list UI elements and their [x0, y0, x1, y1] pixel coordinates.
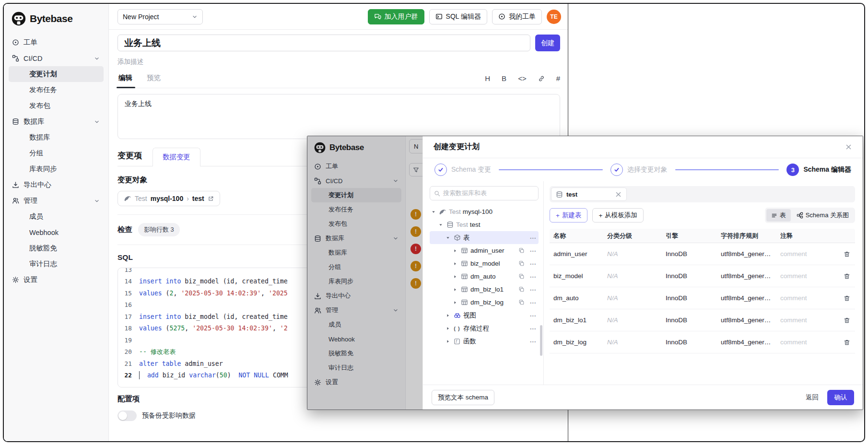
tree-node[interactable]: ( ) 存储过程 ⋯ — [430, 322, 539, 335]
project-select[interactable]: New Project — [117, 9, 203, 24]
title-input[interactable] — [117, 35, 530, 51]
wizard-step[interactable]: 选择变更对象 — [610, 164, 668, 176]
tree-node[interactable]: admin_user ⋯ — [430, 244, 539, 257]
sidebar-item[interactable]: 数据库 — [9, 129, 104, 145]
link-icon[interactable] — [538, 75, 545, 82]
sidebar-item[interactable]: 设置 — [9, 272, 104, 288]
cell-name[interactable]: dm_biz_log — [550, 339, 603, 346]
delete-table-icon[interactable] — [839, 251, 855, 258]
tab-preview[interactable]: 预览 — [146, 69, 162, 88]
tree-node[interactable]: dm_biz_log ⋯ — [430, 296, 539, 309]
new-table-button[interactable]: + 新建表 — [550, 208, 587, 222]
target-database-chip[interactable]: Test mysql-100 › test — [117, 191, 220, 206]
cell-classification[interactable]: N/A — [603, 316, 662, 324]
chevron-down-icon[interactable] — [94, 119, 100, 125]
sidebar-item[interactable]: 发布任务 — [9, 82, 104, 98]
tree-node[interactable]: dm_biz_lo1 ⋯ — [430, 283, 539, 296]
tree-search-input[interactable]: 搜索数据库和表 — [430, 186, 539, 200]
cell-collation[interactable]: utf8mb4_genera... — [717, 272, 776, 280]
tree-node[interactable]: dm_auto ⋯ — [430, 270, 539, 283]
cell-engine[interactable]: InnoDB — [662, 250, 717, 258]
sql-editor-button[interactable]: SQL 编辑器 — [429, 9, 487, 24]
more-actions-button[interactable]: ⋯ — [530, 247, 537, 255]
tab-data-change[interactable]: 数据变更 — [152, 148, 200, 166]
add-description-label[interactable]: 添加描述 — [117, 58, 560, 66]
delete-table-icon[interactable] — [839, 339, 855, 346]
tree-node[interactable]: Test test — [430, 218, 539, 231]
close-icon[interactable] — [845, 143, 852, 151]
database-tab[interactable]: test — [551, 187, 627, 201]
more-actions-button[interactable]: ⋯ — [530, 273, 537, 281]
backup-toggle[interactable] — [117, 410, 137, 421]
sidebar-item[interactable]: 管理 — [9, 193, 104, 209]
tree-node[interactable]: Test mysql-100 — [430, 205, 539, 218]
join-community-button[interactable]: 加入用户群 — [368, 9, 424, 24]
sidebar-item[interactable]: 审计日志 — [9, 256, 104, 272]
cell-engine[interactable]: InnoDB — [662, 339, 717, 346]
cell-name[interactable]: dm_biz_lo1 — [550, 316, 603, 324]
cell-collation[interactable]: utf8mb4_genera... — [717, 316, 776, 324]
delete-table-icon[interactable] — [839, 273, 855, 280]
more-actions-button[interactable]: ⋯ — [530, 286, 537, 293]
more-actions-button[interactable]: ⋯ — [530, 299, 537, 306]
cell-comment[interactable]: comment — [776, 294, 839, 302]
sidebar-item[interactable]: 发布包 — [9, 98, 104, 114]
cell-classification[interactable]: N/A — [603, 294, 662, 302]
sidebar-item[interactable]: 库表同步 — [9, 161, 104, 177]
delete-table-icon[interactable] — [839, 317, 855, 324]
cell-classification[interactable]: N/A — [603, 339, 662, 346]
close-tab-icon[interactable] — [615, 191, 622, 198]
tab-edit[interactable]: 编辑 — [117, 69, 133, 88]
external-link-icon[interactable] — [208, 196, 214, 202]
cell-engine[interactable]: InnoDB — [662, 272, 717, 280]
sidebar-item[interactable]: 脱敏豁免 — [9, 240, 104, 256]
cell-collation[interactable]: utf8mb4_genera... — [717, 339, 776, 346]
my-issues-button[interactable]: 我的工单 — [492, 9, 542, 24]
cell-comment[interactable]: comment — [776, 250, 839, 258]
caret-right-icon[interactable] — [445, 339, 451, 344]
sidebar-item[interactable]: Webhook — [9, 224, 104, 240]
delete-table-icon[interactable] — [839, 295, 855, 302]
create-button[interactable]: 创建 — [535, 35, 560, 51]
heading-format-button[interactable]: H — [485, 74, 490, 82]
caret-down-icon[interactable] — [445, 235, 451, 240]
sidebar-item[interactable]: 成员 — [9, 209, 104, 224]
cell-collation[interactable]: utf8mb4_genera... — [717, 294, 776, 302]
more-actions-button[interactable]: ⋯ — [530, 234, 537, 242]
copy-icon[interactable] — [518, 286, 525, 293]
table-row[interactable]: dm_auto N/A InnoDB utf8mb4_genera... com… — [550, 287, 855, 309]
confirm-button[interactable]: 确认 — [827, 390, 854, 405]
more-actions-button[interactable]: ⋯ — [530, 260, 537, 268]
cell-comment[interactable]: comment — [776, 339, 839, 346]
copy-icon[interactable] — [518, 247, 525, 254]
cell-name[interactable]: biz_model — [550, 272, 603, 280]
add-from-template-button[interactable]: + 从模板添加 — [592, 208, 643, 222]
table-view-option[interactable]: 表 — [766, 209, 791, 222]
wizard-step[interactable]: 3 Schema 编辑器 — [786, 164, 851, 176]
table-row[interactable]: dm_biz_lo1 N/A InnoDB utf8mb4_genera... … — [550, 309, 855, 331]
caret-down-icon[interactable] — [431, 210, 436, 214]
bold-format-button[interactable]: B — [502, 74, 506, 82]
caret-right-icon[interactable] — [452, 300, 458, 305]
tree-node[interactable]: f 函数 ⋯ — [430, 335, 539, 348]
table-row[interactable]: admin_user N/A InnoDB utf8mb4_genera... … — [550, 243, 855, 265]
copy-icon[interactable] — [518, 273, 525, 280]
copy-icon[interactable] — [518, 260, 525, 267]
chevron-down-icon[interactable] — [94, 56, 100, 61]
cell-engine[interactable]: InnoDB — [662, 294, 717, 302]
more-actions-button[interactable]: ⋯ — [530, 312, 537, 319]
cell-comment[interactable]: comment — [776, 272, 839, 280]
sidebar-item[interactable]: 导出中心 — [9, 177, 104, 193]
cell-classification[interactable]: N/A — [603, 250, 662, 258]
hash-format-button[interactable]: # — [556, 74, 560, 82]
copy-icon[interactable] — [518, 299, 525, 305]
table-row[interactable]: biz_model N/A InnoDB utf8mb4_genera... c… — [550, 265, 855, 287]
sidebar-item[interactable]: CI/CD — [9, 50, 104, 66]
preview-schema-button[interactable]: 预览文本 schema — [432, 390, 494, 405]
user-avatar[interactable]: TE — [547, 10, 561, 24]
tree-scrollbar[interactable] — [540, 325, 542, 356]
caret-right-icon[interactable] — [452, 248, 458, 253]
cell-name[interactable]: dm_auto — [550, 294, 603, 302]
schema-diagram-option[interactable]: Schema 关系图 — [792, 209, 854, 222]
caret-right-icon[interactable] — [445, 326, 451, 331]
